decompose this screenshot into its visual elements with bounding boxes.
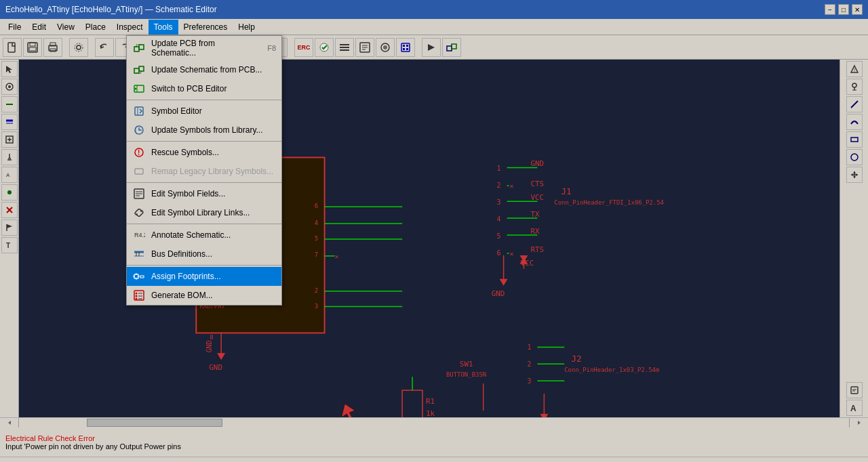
- menu-symbol-editor-label: Symbol Editor: [151, 106, 202, 116]
- menu-edit[interactable]: Edit: [26, 20, 52, 35]
- menu-update-sch[interactable]: Update Schematic from PCB...: [127, 60, 281, 79]
- add-bus[interactable]: [1, 114, 18, 130]
- menu-help[interactable]: Help: [233, 20, 260, 35]
- erc-check[interactable]: ERC: [294, 38, 313, 57]
- bom-button[interactable]: [355, 38, 374, 57]
- menu-bus-def[interactable]: Bus Definitions...: [127, 245, 281, 264]
- svg-rect-150: [851, 138, 858, 142]
- svg-marker-92: [217, 353, 225, 360]
- menu-annotate-label: Annotate Schematic...: [151, 230, 231, 240]
- hscrollbar[interactable]: [0, 417, 868, 427]
- maximize-button[interactable]: □: [838, 4, 849, 15]
- print-button[interactable]: [43, 38, 62, 57]
- select-tool[interactable]: [1, 61, 18, 77]
- menu-edit-fields-label: Edit Symbol Fields...: [151, 189, 225, 198]
- settings-button[interactable]: [69, 38, 88, 57]
- menu-annotate[interactable]: R4.2 Annotate Schematic...: [127, 226, 281, 245]
- undo-button[interactable]: [95, 38, 114, 57]
- add-label[interactable]: A: [1, 167, 18, 183]
- svg-text:1: 1: [497, 165, 501, 172]
- new-button[interactable]: [3, 38, 22, 57]
- simulate-button[interactable]: [422, 38, 441, 57]
- add-circle[interactable]: [846, 149, 863, 165]
- menu-generate-bom-label: Generate BOM...: [151, 291, 213, 300]
- separator-1: [127, 100, 281, 100]
- highlight-net-button[interactable]: [376, 38, 395, 57]
- add-no-connect[interactable]: [1, 202, 18, 218]
- switch-pcb-icon: [132, 82, 146, 96]
- pcb-update-button[interactable]: [442, 38, 461, 57]
- menu-generate-bom[interactable]: Generate BOM...: [127, 286, 281, 305]
- svg-rect-164: [134, 47, 139, 51]
- svg-rect-41: [406, 45, 408, 47]
- svg-text:3: 3: [315, 303, 318, 310]
- move-exact[interactable]: [846, 167, 863, 183]
- svg-point-38: [383, 45, 387, 49]
- menu-inspect[interactable]: Inspect: [111, 20, 149, 35]
- netlist[interactable]: [335, 38, 354, 57]
- annotate-icon: R4.2: [132, 228, 146, 242]
- menu-edit-links[interactable]: Edit Symbol Library Links...: [127, 203, 281, 222]
- add-text[interactable]: T: [1, 237, 18, 253]
- add-junction[interactable]: [1, 184, 18, 201]
- menu-file[interactable]: File: [3, 20, 26, 35]
- menu-rescue[interactable]: ! Rescue Symbols...: [127, 143, 281, 162]
- menu-update-symbols[interactable]: Update Symbols from Library...: [127, 121, 281, 140]
- svg-marker-156: [851, 173, 853, 176]
- svg-point-193: [136, 293, 138, 295]
- svg-marker-163: [858, 421, 861, 425]
- svg-marker-154: [853, 171, 856, 173]
- svg-text:SW1: SW1: [460, 360, 473, 369]
- titlebar-title: EchoHello_ATtiny [EchoHello_ATtiny/] — S…: [5, 5, 217, 14]
- text-size-button[interactable]: A: [846, 400, 863, 416]
- svg-text:6: 6: [315, 203, 318, 209]
- menu-view[interactable]: View: [52, 20, 80, 35]
- svg-text:Conn_PinHeader_FTDI_1x06_P2.54: Conn_PinHeader_FTDI_1x06_P2.54: [554, 199, 664, 206]
- close-button[interactable]: ✕: [852, 4, 863, 15]
- menu-assign-fp[interactable]: Assign Footprints...: [127, 267, 281, 286]
- svg-text:BUTTON_B3SN: BUTTON_B3SN: [446, 371, 486, 378]
- assign-fp-button[interactable]: [396, 38, 415, 57]
- save-button[interactable]: [23, 38, 42, 57]
- add-rect[interactable]: [846, 131, 863, 148]
- menu-preferences[interactable]: Preferences: [178, 20, 233, 35]
- menu-update-pcb[interactable]: Update PCB from Schematic... F8: [127, 36, 281, 60]
- highlight-tool[interactable]: [1, 79, 18, 95]
- add-net-flag[interactable]: [1, 219, 18, 236]
- minimize-button[interactable]: −: [825, 4, 835, 15]
- svg-point-146: [852, 83, 856, 87]
- update-pcb-shortcut: F8: [267, 44, 276, 52]
- right-sidebar: ! A: [840, 60, 868, 417]
- hscroll-track[interactable]: [19, 418, 849, 427]
- svg-rect-186: [134, 274, 138, 278]
- titlebar-controls: − □ ✕: [825, 4, 863, 15]
- add-symbol[interactable]: [1, 131, 18, 148]
- svg-rect-31: [340, 47, 349, 48]
- svg-text:A: A: [6, 172, 10, 178]
- menu-rescue-label: Rescue Symbols...: [151, 148, 219, 157]
- menu-symbol-editor[interactable]: Symbol Editor: [127, 102, 281, 121]
- svg-text:✕: ✕: [335, 253, 339, 260]
- update-pcb-icon: [132, 41, 146, 55]
- hscroll-thumb[interactable]: [87, 419, 222, 427]
- svg-text:!: !: [854, 67, 855, 73]
- run-erc[interactable]: [315, 38, 334, 57]
- svg-text:7: 7: [315, 251, 318, 258]
- add-arc[interactable]: [846, 114, 863, 130]
- menu-edit-fields[interactable]: Edit Symbol Fields...: [127, 184, 281, 203]
- add-wire[interactable]: [1, 96, 18, 112]
- svg-rect-45: [452, 44, 456, 49]
- svg-text:4: 4: [497, 215, 501, 223]
- add-power[interactable]: [1, 149, 18, 165]
- scroll-right[interactable]: [849, 418, 868, 427]
- menu-tools[interactable]: Tools: [149, 20, 178, 35]
- menu-place[interactable]: Place: [80, 20, 111, 35]
- menu-switch-pcb[interactable]: Switch to PCB Editor: [127, 79, 281, 98]
- properties-panel[interactable]: [846, 382, 863, 398]
- add-line[interactable]: [846, 96, 863, 112]
- scroll-left[interactable]: [0, 418, 19, 427]
- bom-icon: [132, 289, 146, 302]
- erc-marker[interactable]: !: [846, 61, 863, 77]
- svg-rect-176: [135, 169, 143, 174]
- net-inspector[interactable]: [846, 79, 863, 95]
